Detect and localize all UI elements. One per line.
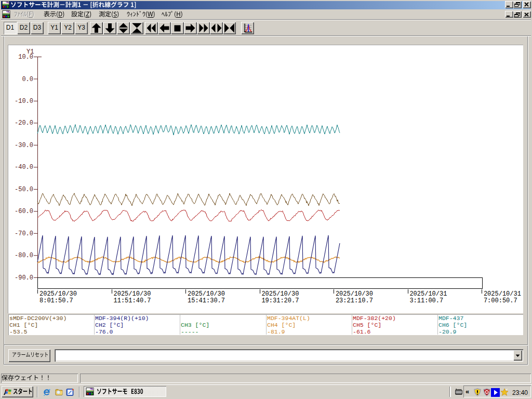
svg-text:2025/10/30: 2025/10/30 [188,290,225,298]
svg-text:Y1: Y1 [26,48,34,56]
svg-text:2025/10/30: 2025/10/30 [114,290,151,298]
svg-text:8:01:50.7: 8:01:50.7 [39,297,73,304]
svg-text:7:00:50.7: 7:00:50.7 [484,297,517,304]
svg-text:2025/10/31: 2025/10/31 [409,290,447,298]
svg-text:-10.0: -10.0 [15,98,33,105]
svg-text:-50.0: -50.0 [15,186,33,193]
svg-text:2025/10/31: 2025/10/31 [484,290,521,298]
svg-text:15:41:30.7: 15:41:30.7 [188,297,225,304]
svg-text:0.0: 0.0 [22,76,33,83]
svg-text:-20.0: -20.0 [15,119,33,127]
svg-text:-40.0: -40.0 [15,164,33,171]
svg-text:-30.0: -30.0 [15,142,33,149]
svg-text:3:11:00.7: 3:11:00.7 [409,297,443,304]
svg-text:2025/10/30: 2025/10/30 [39,290,77,298]
svg-text:-80.0: -80.0 [15,252,33,259]
svg-text:2025/10/30: 2025/10/30 [261,290,299,298]
svg-text:-60.0: -60.0 [15,208,33,215]
svg-text:19:31:20.7: 19:31:20.7 [261,297,299,304]
svg-text:2025/10/30: 2025/10/30 [336,290,373,298]
svg-text:23:21:10.7: 23:21:10.7 [336,297,373,304]
svg-text:-70.0: -70.0 [15,230,33,237]
svg-text:-90.0: -90.0 [15,274,33,282]
svg-text:11:51:40.7: 11:51:40.7 [114,297,151,304]
